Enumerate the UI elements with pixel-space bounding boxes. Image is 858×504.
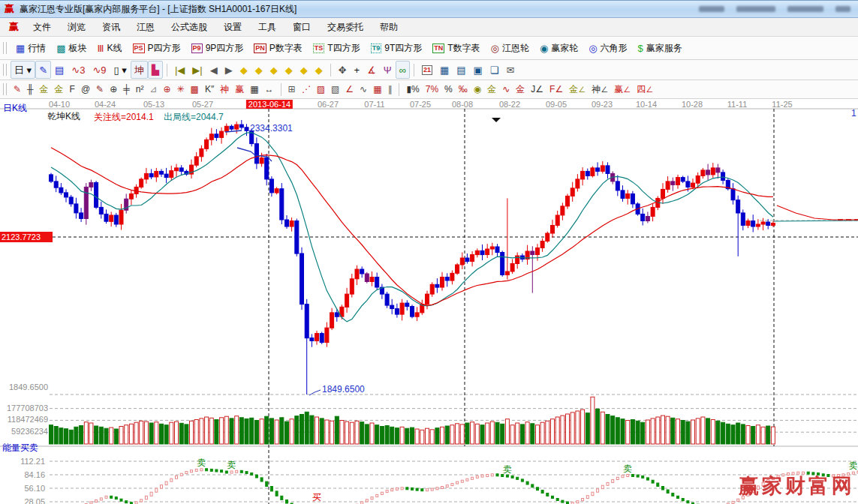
- spiral-tool[interactable]: @: [78, 80, 93, 98]
- gold-split-tool[interactable]: 金: [37, 80, 52, 98]
- ying-tool[interactable]: 赢: [232, 80, 247, 98]
- menu-item-浏览[interactable]: 浏览: [59, 21, 94, 34]
- gann-arrow-left-icon[interactable]: ◆: [236, 61, 251, 79]
- gold-channel-tool[interactable]: 金: [52, 80, 67, 98]
- ray-box-tool[interactable]: ▨: [314, 80, 328, 98]
- t-number-button[interactable]: TNT数字表: [427, 39, 485, 57]
- n2-tool[interactable]: n²: [133, 80, 147, 98]
- k-seg-tool[interactable]: K″: [202, 80, 217, 98]
- p-square-button[interactable]: PSP四方形: [128, 39, 186, 57]
- menu-item-交易委托[interactable]: 交易委托: [319, 21, 372, 34]
- memo-icon[interactable]: ▤: [453, 61, 469, 79]
- p9-square-button[interactable]: P99P四方形: [186, 39, 249, 57]
- gold-red-tool[interactable]: 金: [513, 80, 528, 98]
- gann-h-expand-icon[interactable]: ◆: [266, 61, 281, 79]
- winner-wheel-button[interactable]: ◉赢家轮: [534, 39, 583, 57]
- shen-angle-tool[interactable]: 神∠: [589, 80, 611, 98]
- menu-item-江恩[interactable]: 江恩: [128, 21, 163, 34]
- zigzag-tool[interactable]: ∿: [357, 80, 370, 98]
- grid-ruler-tool[interactable]: ▦: [247, 80, 261, 98]
- wave-range-tool[interactable]: ∿: [499, 80, 513, 98]
- save-icon[interactable]: ▣: [470, 61, 486, 79]
- ying-angle-tool[interactable]: 赢∠: [611, 80, 634, 98]
- menu-item-工具[interactable]: 工具: [250, 21, 284, 34]
- red-grid-tool[interactable]: ▦: [370, 80, 384, 98]
- p-number-button[interactable]: PNP数字表: [248, 39, 308, 57]
- target-tool[interactable]: ⊕: [160, 80, 173, 98]
- t-square-button[interactable]: TST四方形: [308, 39, 366, 57]
- pan-hand-tool[interactable]: ✥: [335, 61, 351, 79]
- sell-marker: 卖: [623, 464, 632, 474]
- menu-item-设置[interactable]: 设置: [215, 21, 250, 34]
- draw-curve-tool[interactable]: ✎: [35, 61, 51, 79]
- f-angle-tool[interactable]: F∠: [546, 80, 566, 98]
- gann-wheel-button[interactable]: ◎江恩轮: [486, 39, 534, 57]
- quote-button[interactable]: ▦行情: [11, 39, 51, 57]
- t9-square-button[interactable]: T99T四方形: [366, 39, 428, 57]
- hexagon-button[interactable]: ◎六角形: [583, 39, 632, 57]
- color-chart-icon[interactable]: ▙: [148, 61, 163, 79]
- gold-angle-tool[interactable]: 金∠: [566, 80, 589, 98]
- gold-circle-tool[interactable]: ◉: [471, 80, 484, 98]
- pct7-tool[interactable]: 7%: [423, 80, 441, 98]
- candle-style-dropdown[interactable]: ▯ ▾: [110, 61, 131, 79]
- calendar-icon[interactable]: 21: [418, 61, 436, 79]
- calculator-icon[interactable]: ▦: [436, 61, 453, 79]
- gold-lines-tool[interactable]: 金: [484, 80, 499, 98]
- gann-all-dir-icon[interactable]: ◆: [312, 61, 327, 79]
- bars-pct-tool[interactable]: ▮%: [403, 80, 422, 98]
- gann-fan-tool[interactable]: Ψ: [380, 61, 396, 79]
- marker-pen-tool[interactable]: ✎: [93, 80, 107, 98]
- menu-item-窗口[interactable]: 窗口: [284, 21, 319, 34]
- menu-item-资讯[interactable]: 资讯: [94, 21, 128, 34]
- wave9-icon[interactable]: ∿9: [89, 61, 110, 79]
- frame-tool[interactable]: ⊞: [285, 80, 299, 98]
- circle-division-tool[interactable]: ⊕: [107, 80, 120, 98]
- si-angle-tool[interactable]: 四∠: [634, 80, 656, 98]
- print-icon[interactable]: ✉: [503, 61, 519, 79]
- shen-tool[interactable]: 神: [217, 80, 232, 98]
- toolbar-grip[interactable]: [3, 83, 7, 95]
- square-web-tool[interactable]: ▩: [188, 80, 202, 98]
- ruler-hash-tool[interactable]: ╪: [120, 80, 133, 98]
- sector-button[interactable]: ▩板块: [51, 39, 92, 57]
- fibo-tool[interactable]: F: [67, 80, 78, 98]
- h-measure-tool[interactable]: ↔: [262, 80, 277, 98]
- title-bar[interactable]: 赢 赢家江恩专业版[赢家内部服务平台] - [上证指数 SH1A0001-167…: [0, 1, 858, 18]
- j-angle-tool[interactable]: J∠: [528, 80, 546, 98]
- ray-fan-tool[interactable]: ⋰: [299, 80, 314, 98]
- menu-item-帮助[interactable]: 帮助: [372, 21, 406, 34]
- kline-chart-canvas[interactable]: 卖卖卖卖卖买: [0, 99, 858, 504]
- toolbar-grip[interactable]: [3, 42, 7, 54]
- brush-tool[interactable]: ✎: [11, 80, 24, 98]
- menu-item-公式选股[interactable]: 公式选股: [163, 21, 215, 34]
- radial-web-tool[interactable]: ✳: [174, 80, 188, 98]
- pct-tool[interactable]: %: [441, 80, 456, 98]
- gann-h-contract-icon[interactable]: ◆: [281, 61, 297, 79]
- gann-arrow-right-icon[interactable]: ◆: [251, 61, 266, 79]
- next-icon[interactable]: ▶: [221, 61, 236, 79]
- period-day-dropdown[interactable]: 日 ▾: [11, 61, 35, 79]
- gann-v-expand-icon[interactable]: ◆: [297, 61, 312, 79]
- browse-icon[interactable]: ∞: [396, 61, 410, 79]
- flag-tool[interactable]: ⊿: [146, 80, 160, 98]
- hatch-tool[interactable]: ╫: [24, 80, 37, 98]
- winner-service-button[interactable]: $赢家服务: [633, 39, 688, 57]
- kline-button[interactable]: ⅢK线: [92, 39, 128, 57]
- parallel-lines-tool[interactable]: ∥: [384, 80, 395, 98]
- notes-icon[interactable]: ▤: [51, 61, 68, 79]
- pct-lines-tool[interactable]: ‰: [456, 80, 471, 98]
- first-page-icon[interactable]: |◀: [171, 61, 188, 79]
- toolbar-grip[interactable]: [3, 64, 7, 76]
- menu-item-文件[interactable]: 文件: [25, 21, 59, 34]
- crosshair-tool[interactable]: +: [351, 61, 364, 79]
- last-page-icon[interactable]: ▶|: [188, 61, 206, 79]
- prev-icon[interactable]: ◀: [206, 61, 221, 79]
- export-icon[interactable]: ❏: [486, 61, 503, 79]
- kun-icon[interactable]: 坤: [131, 61, 148, 79]
- chart-area[interactable]: 卖卖卖卖卖买 04-1004-2405-1305-272013-06-1406-…: [0, 99, 858, 504]
- wave3-icon[interactable]: ∿3: [68, 61, 89, 79]
- trend-angle-tool[interactable]: ∠: [342, 80, 357, 98]
- angle-measure-tool[interactable]: ∡: [363, 61, 380, 79]
- web-box-tool[interactable]: ▧: [328, 80, 342, 98]
